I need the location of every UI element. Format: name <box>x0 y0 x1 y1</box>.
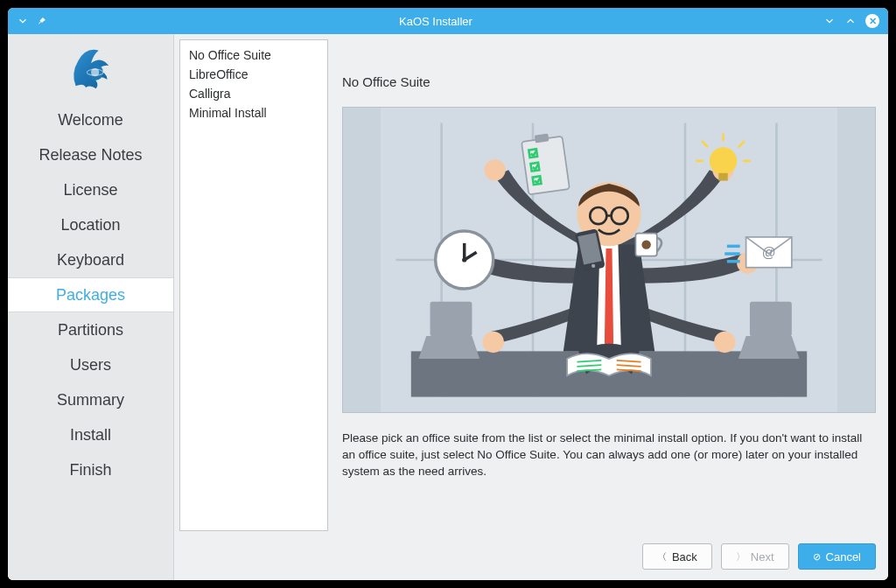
step-users[interactable]: Users <box>8 347 173 382</box>
chevron-right-icon: 〉 <box>736 550 746 564</box>
svg-rect-21 <box>522 136 570 195</box>
titlebar: KaOS Installer ✕ <box>8 8 888 34</box>
step-label: Partitions <box>58 321 123 340</box>
next-button: 〉 Next <box>721 543 789 570</box>
step-install[interactable]: Install <box>8 417 173 452</box>
step-keyboard[interactable]: Keyboard <box>8 242 173 277</box>
svg-rect-27 <box>718 173 727 181</box>
option-calligra[interactable]: Calligra <box>180 84 327 103</box>
step-partitions[interactable]: Partitions <box>8 312 173 347</box>
cancel-button[interactable]: ⊘ Cancel <box>798 543 876 570</box>
step-summary[interactable]: Summary <box>8 382 173 417</box>
step-release-notes[interactable]: Release Notes <box>8 137 173 172</box>
step-label: License <box>63 181 117 200</box>
step-packages[interactable]: Packages <box>8 277 173 312</box>
option-minimal[interactable]: Minimal Install <box>180 103 327 122</box>
main-panel: No Office Suite <box>328 34 888 580</box>
step-finish[interactable]: Finish <box>8 452 173 487</box>
step-welcome[interactable]: Welcome <box>8 102 173 137</box>
option-no-office[interactable]: No Office Suite <box>180 46 327 65</box>
maximize-icon[interactable] <box>844 15 857 27</box>
button-label: Back <box>672 550 697 564</box>
svg-rect-10 <box>750 302 792 336</box>
svg-point-16 <box>714 332 735 353</box>
svg-point-36 <box>462 257 466 262</box>
option-label: LibreOffice <box>189 67 248 81</box>
step-license[interactable]: License <box>8 172 173 207</box>
close-icon[interactable]: ✕ <box>865 14 879 28</box>
prohibit-icon: ⊘ <box>813 551 821 563</box>
package-option-list: No Office Suite LibreOffice Calligra Min… <box>179 39 328 531</box>
svg-point-41 <box>641 240 650 248</box>
chevron-left-icon: 〈 <box>657 550 667 564</box>
svg-rect-9 <box>430 302 472 336</box>
description-text: Please pick an office suite from the lis… <box>342 430 876 480</box>
installer-window: KaOS Installer ✕ <box>8 8 888 580</box>
pin-icon[interactable] <box>36 15 48 27</box>
window-title: KaOS Installer <box>48 15 823 28</box>
step-label: Location <box>60 216 120 234</box>
illustration: @ <box>342 107 876 413</box>
button-label: Next <box>751 550 774 564</box>
body: Welcome Release Notes License Location K… <box>8 34 888 580</box>
kaos-logo-icon <box>64 41 118 95</box>
step-label: Users <box>70 356 111 374</box>
step-list: Welcome Release Notes License Location K… <box>8 102 173 487</box>
option-libreoffice[interactable]: LibreOffice <box>180 65 327 84</box>
step-label: Finish <box>69 461 111 480</box>
step-label: Welcome <box>58 111 123 130</box>
selection-heading: No Office Suite <box>342 74 876 89</box>
option-label: Calligra <box>189 87 230 101</box>
svg-point-15 <box>483 332 504 353</box>
svg-point-26 <box>710 147 737 174</box>
option-label: Minimal Install <box>189 106 267 120</box>
step-label: Summary <box>57 391 124 410</box>
svg-point-11 <box>484 159 505 180</box>
step-label: Install <box>70 426 111 444</box>
step-label: Packages <box>56 286 125 304</box>
back-button[interactable]: 〈 Back <box>642 543 712 570</box>
step-label: Keyboard <box>57 251 124 270</box>
sidebar: Welcome Release Notes License Location K… <box>8 34 174 580</box>
svg-text:@: @ <box>762 245 776 260</box>
minimize-icon[interactable] <box>823 15 836 27</box>
step-location[interactable]: Location <box>8 207 173 242</box>
step-label: Release Notes <box>38 146 142 164</box>
button-label: Cancel <box>826 550 861 564</box>
option-label: No Office Suite <box>189 48 271 62</box>
wizard-buttons: 〈 Back 〉 Next ⊘ Cancel <box>642 543 876 570</box>
app-menu-icon[interactable] <box>17 15 29 27</box>
